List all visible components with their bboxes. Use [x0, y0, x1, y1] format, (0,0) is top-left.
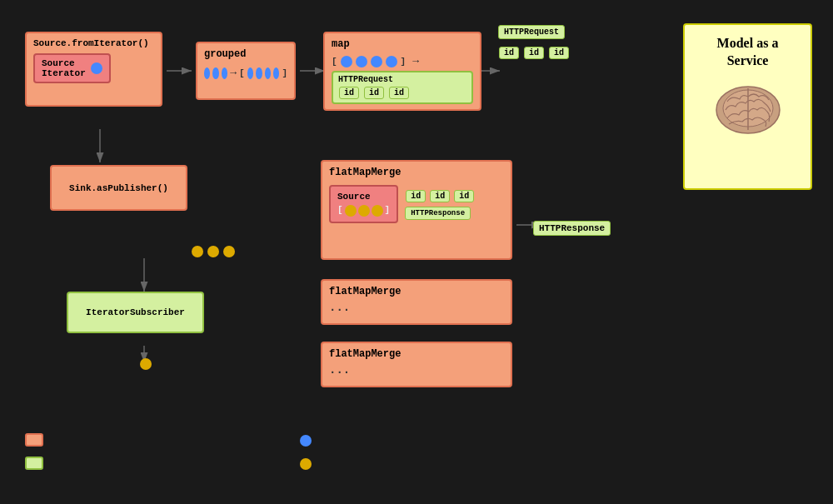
legend-green [25, 457, 50, 470]
http-response-floating: HTTPResponse [533, 221, 611, 236]
flat-map-merge-3-dots: ... [329, 363, 504, 377]
source-from-iterator-label: Source.fromIterator() [33, 38, 154, 48]
dot4 [247, 67, 253, 79]
resp-id-1: id [406, 190, 426, 202]
dot6 [265, 67, 271, 79]
flat-map-merge-1-label: flatMapMerge [329, 167, 504, 178]
sink-as-publisher-box: Sink.asPublisher() [50, 165, 187, 211]
flat-map-merge-3-label: flatMapMerge [329, 348, 504, 360]
id-badge-3: id [389, 87, 409, 99]
map-box: map [ ] → HTTPRequest id id id [323, 32, 481, 111]
grouped-box: grouped → [ ] [196, 42, 296, 100]
map-dot3 [371, 56, 382, 67]
flat-map-merge-2-dots: ... [329, 301, 504, 314]
inner-dot-2 [358, 205, 370, 217]
http-response-inner: HTTPResponse [405, 207, 471, 220]
dot2 [212, 67, 218, 79]
brain-image [711, 78, 786, 137]
source-iterator-label: SourceIterator [42, 58, 86, 78]
floating-id-2: id [524, 47, 544, 59]
grouped-label: grouped [204, 48, 287, 60]
flat-map-merge-2-label: flatMapMerge [329, 286, 504, 297]
flat-map-merge-2-box: flatMapMerge ... [321, 279, 512, 325]
yellow-dot-1 [192, 246, 203, 257]
legend-yellow-dot [300, 458, 312, 470]
resp-id-2: id [430, 190, 450, 202]
inner-dot-1 [345, 205, 357, 217]
legend-salmon-box [25, 433, 43, 447]
inner-dot-3 [372, 205, 383, 217]
grouped-dots: → [ ] [204, 67, 287, 79]
map-dot4 [386, 56, 397, 67]
yellow-dot-single [140, 358, 152, 370]
http-request-inner-box: HTTPRequest id id id [332, 71, 473, 104]
source-from-iterator-box: Source.fromIterator() SourceIterator [25, 32, 162, 107]
map-dot2 [356, 56, 367, 67]
blue-dot-source [91, 62, 102, 74]
dot7 [273, 67, 279, 79]
dot5 [256, 67, 262, 79]
floating-id-1: id [499, 47, 519, 59]
sink-dots [192, 246, 235, 257]
floating-id-3: id [549, 47, 569, 59]
yellow-dot-3 [223, 246, 235, 257]
model-as-service-title: Model as a Service [695, 35, 801, 70]
model-as-service-box: Model as a Service [683, 23, 812, 190]
resp-id-3: id [454, 190, 474, 202]
map-label: map [332, 38, 473, 50]
source-iterator-inner: SourceIterator [33, 53, 111, 83]
map-dot1 [341, 56, 352, 67]
sink-as-publisher-label: Sink.asPublisher() [69, 183, 168, 193]
iterator-subscriber-label: IteratorSubscriber [86, 307, 185, 317]
flat-map-merge-1-box: flatMapMerge Source [ ] id id id [321, 160, 512, 260]
flat-map-source-label: Source [337, 192, 390, 202]
dot3 [222, 67, 227, 79]
flat-map-merge-3-box: flatMapMerge ... [321, 342, 512, 387]
flat-map-source-inner: Source [ ] [329, 185, 398, 223]
yellow-dot-2 [207, 246, 219, 257]
id-badge-2: id [364, 87, 384, 99]
iterator-subscriber-box: IteratorSubscriber [67, 292, 204, 333]
legend-green-box [25, 457, 43, 470]
http-request-inner-label: HTTPRequest [338, 75, 466, 84]
single-yellow-dot [140, 358, 152, 374]
id-badge-1: id [339, 87, 359, 99]
legend-salmon [25, 433, 50, 447]
dot1 [204, 67, 210, 79]
http-request-floating: HTTPRequest [498, 25, 565, 39]
legend-blue-dot [300, 435, 312, 447]
